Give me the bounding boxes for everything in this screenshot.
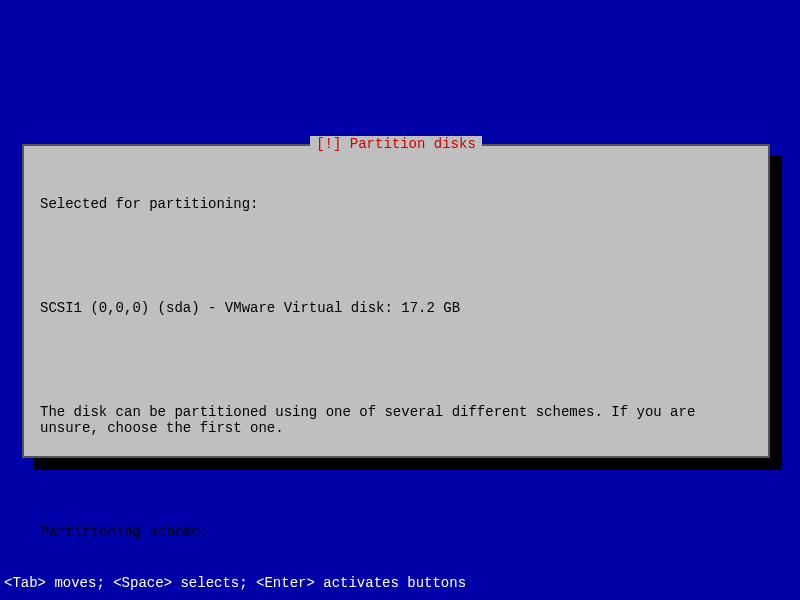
hint-bar: <Tab> moves; <Space> selects; <Enter> ac… (4, 575, 466, 592)
blank (40, 248, 752, 264)
partition-dialog: [!] Partition disks Selected for partiti… (22, 144, 770, 458)
dialog-title-wrap: [!] Partition disks (24, 136, 768, 153)
blank (40, 352, 752, 368)
selected-for-label: Selected for partitioning: (40, 196, 752, 213)
dialog-content: Selected for partitioning: SCSI1 (0,0,0)… (40, 162, 752, 600)
disk-info: SCSI1 (0,0,0) (sda) - VMware Virtual dis… (40, 300, 752, 317)
dialog-title: [!] Partition disks (310, 136, 482, 153)
scheme-label: Partitioning scheme: (40, 524, 752, 541)
blank (40, 473, 752, 489)
description: The disk can be partitioned using one of… (40, 404, 752, 438)
